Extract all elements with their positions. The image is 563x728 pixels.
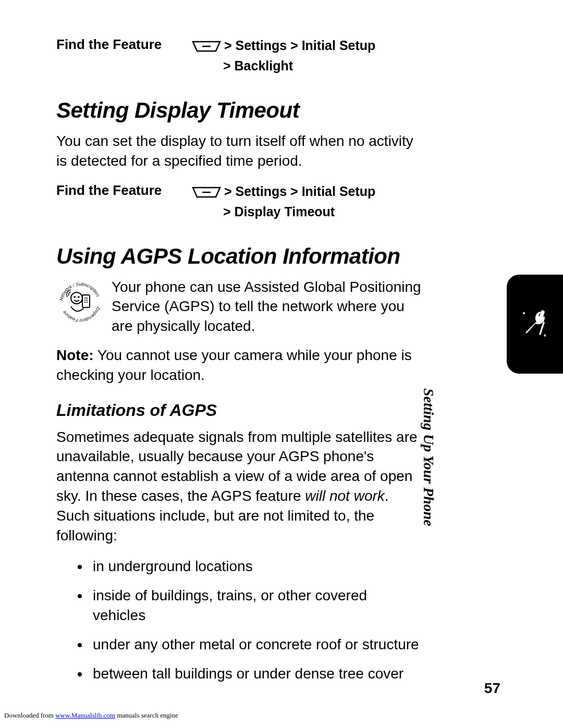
- body-agps-intro: Your phone can use Assisted Global Posit…: [112, 277, 421, 336]
- svg-point-7: [78, 296, 80, 298]
- download-attribution: Downloaded from www.Manualslib.com manua…: [4, 711, 178, 720]
- network-dependent-feature-icon: Network / Subscription Dependent Feature: [56, 277, 104, 325]
- page-content: Find the Feature > Settings > Initial Se…: [56, 36, 421, 693]
- menu-path-1-line1: > Settings > Initial Setup: [224, 38, 375, 53]
- menu-path-1: > Settings > Initial Setup > Backlight: [192, 36, 375, 75]
- svg-point-6: [74, 296, 76, 298]
- note-label: Note:: [56, 347, 94, 363]
- svg-marker-14: [544, 334, 546, 337]
- svg-point-5: [71, 292, 82, 304]
- menu-path-2-line2: > Display Timeout: [223, 204, 335, 219]
- find-feature-label: Find the Feature: [56, 36, 192, 53]
- menu-path-1-line2: > Backlight: [223, 58, 293, 73]
- find-feature-row-2: Find the Feature > Settings > Initial Se…: [56, 182, 421, 221]
- menu-key-icon: [192, 184, 221, 203]
- svg-rect-8: [82, 295, 90, 307]
- download-link[interactable]: www.Manualslib.com: [55, 711, 115, 719]
- body-display-timeout: You can set the display to turn itself o…: [56, 131, 421, 171]
- heading-display-timeout: Setting Display Timeout: [56, 98, 421, 123]
- svg-text:Dependent Feature: Dependent Feature: [62, 306, 101, 323]
- agps-intro-row: Network / Subscription Dependent Feature: [56, 277, 421, 336]
- body-limitations-italic: will not work: [305, 488, 384, 504]
- list-item: under any other metal or concrete roof o…: [90, 635, 421, 655]
- heading-agps: Using AGPS Location Information: [56, 244, 421, 269]
- section-tab: [507, 275, 563, 374]
- section-side-label: Setting Up Your Phone: [420, 388, 437, 545]
- menu-path-2: > Settings > Initial Setup > Display Tim…: [192, 182, 375, 221]
- svg-point-15: [523, 312, 525, 314]
- page-number: 57: [484, 680, 500, 697]
- find-feature-label-2: Find the Feature: [56, 182, 192, 199]
- list-item: inside of buildings, trains, or other co…: [90, 586, 421, 625]
- subheading-limitations: Limitations of AGPS: [56, 401, 421, 420]
- menu-key-icon: [192, 39, 221, 57]
- note-agps: Note: You cannot use your camera while y…: [56, 346, 421, 385]
- list-item: in underground locations: [90, 557, 421, 576]
- limitations-list: in underground locations inside of build…: [72, 557, 421, 683]
- manual-page: Find the Feature > Settings > Initial Se…: [0, 0, 563, 728]
- body-limitations: Sometimes adequate signals from multiple…: [56, 427, 421, 546]
- note-body: You cannot use your camera while your ph…: [56, 347, 412, 383]
- download-post: manuals search engine: [115, 711, 178, 719]
- menu-path-2-line1: > Settings > Initial Setup: [224, 184, 375, 199]
- find-feature-row-1: Find the Feature > Settings > Initial Se…: [56, 36, 421, 75]
- tools-icon: [517, 306, 553, 342]
- download-pre: Downloaded from: [4, 711, 55, 719]
- list-item: between tall buildings or under dense tr…: [90, 664, 421, 684]
